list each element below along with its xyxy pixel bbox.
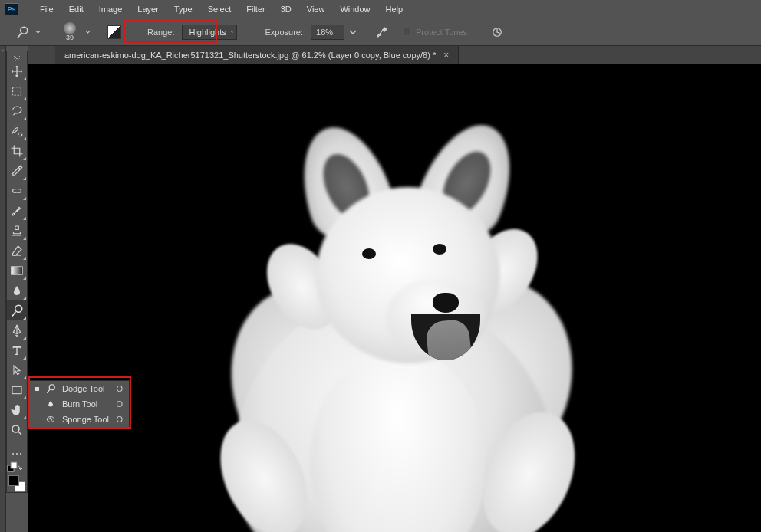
zoom-tool[interactable] <box>7 420 27 440</box>
chevron-down-icon[interactable] <box>349 28 357 36</box>
range-value: Highlights <box>189 28 226 37</box>
marquee-tool[interactable] <box>7 81 27 101</box>
svg-point-2 <box>379 34 380 36</box>
svg-point-13 <box>20 453 21 455</box>
default-fg-bg[interactable] <box>7 461 27 477</box>
tools-panel <box>6 51 28 493</box>
brush-size-value: 39 <box>66 34 74 41</box>
brush-tool[interactable] <box>7 201 27 221</box>
menu-layer[interactable]: Layer <box>130 2 166 17</box>
svg-point-19 <box>51 419 52 420</box>
path-select-tool[interactable] <box>7 360 27 380</box>
svg-point-10 <box>12 425 19 432</box>
flyout-item-sponge[interactable]: Sponge Tool O <box>29 412 129 427</box>
flyout-label: Dodge Tool <box>62 384 110 393</box>
svg-point-20 <box>50 418 51 419</box>
stamp-tool[interactable] <box>7 221 27 241</box>
menu-image[interactable]: Image <box>91 2 130 17</box>
quick-select-tool[interactable] <box>7 121 27 141</box>
menu-file[interactable]: File <box>32 2 61 17</box>
svg-point-8 <box>15 305 22 312</box>
crop-tool[interactable] <box>7 141 27 161</box>
svg-rect-9 <box>12 386 21 393</box>
menu-view[interactable]: View <box>299 2 333 17</box>
gradient-tool[interactable] <box>7 261 27 281</box>
canvas-image <box>180 95 609 532</box>
document-tab[interactable]: american-eskimo-dog_KA_Richer5171321_Shu… <box>55 46 459 64</box>
document-tab-title: american-eskimo-dog_KA_Richer5171321_Shu… <box>64 51 436 60</box>
blur-tool[interactable] <box>7 281 27 300</box>
flyout-shortcut: O <box>116 399 123 409</box>
eyedropper-tool[interactable] <box>7 161 27 181</box>
svg-point-5 <box>18 133 22 136</box>
sponge-icon <box>45 414 56 425</box>
svg-point-16 <box>49 385 54 390</box>
svg-point-1 <box>377 35 379 37</box>
flyout-shortcut: O <box>116 384 123 393</box>
flyout-label: Sponge Tool <box>62 415 110 424</box>
options-bar: 39 Range: Highlights Exposure: 18% Prote… <box>0 18 761 46</box>
chevron-down-icon[interactable] <box>35 29 41 34</box>
selected-dot-icon <box>35 418 39 422</box>
menu-select[interactable]: Select <box>200 2 239 17</box>
selected-dot-icon <box>35 387 39 391</box>
hand-tool[interactable] <box>7 400 27 420</box>
burn-icon <box>45 399 56 409</box>
eraser-tool[interactable] <box>7 241 27 261</box>
shape-tool[interactable] <box>7 380 27 400</box>
move-tool[interactable] <box>7 61 27 81</box>
healing-brush-tool[interactable] <box>7 181 27 201</box>
tab-strip-handle[interactable] <box>28 46 55 64</box>
menu-3d[interactable]: 3D <box>273 2 299 17</box>
menu-help[interactable]: Help <box>378 2 411 17</box>
svg-point-12 <box>16 453 18 455</box>
flyout-item-burn[interactable]: Burn Tool O <box>29 396 129 412</box>
flyout-label: Burn Tool <box>62 399 110 409</box>
svg-rect-15 <box>11 462 17 468</box>
svg-rect-4 <box>13 87 21 96</box>
range-label: Range: <box>147 28 174 37</box>
panel-expand-handle[interactable] <box>0 46 6 532</box>
edit-toolbar[interactable] <box>7 448 27 460</box>
range-dropdown[interactable]: Highlights <box>182 25 237 40</box>
pen-tool[interactable] <box>7 320 27 340</box>
checkbox-icon <box>403 28 411 36</box>
brush-panel-toggle[interactable] <box>106 24 123 41</box>
app-logo: Ps <box>5 3 18 15</box>
close-icon[interactable]: × <box>443 50 449 61</box>
airbrush-toggle[interactable] <box>374 24 390 41</box>
exposure-label: Exposure: <box>265 28 303 37</box>
exposure-input[interactable]: 18% <box>311 25 344 40</box>
brush-preview[interactable]: 39 <box>59 21 81 43</box>
menu-filter[interactable]: Filter <box>239 2 272 17</box>
menu-window[interactable]: Window <box>332 2 377 17</box>
dodge-tool[interactable] <box>7 300 27 320</box>
protect-tones-label: Protect Tones <box>416 28 467 37</box>
flyout-item-dodge[interactable]: Dodge Tool O <box>29 381 129 396</box>
fg-bg-swatch[interactable] <box>8 475 25 492</box>
protect-tones-checkbox[interactable]: Protect Tones <box>403 28 467 37</box>
svg-point-11 <box>12 453 14 455</box>
chevron-down-icon[interactable] <box>85 29 91 34</box>
tool-preset-picker[interactable] <box>14 24 31 41</box>
flyout-shortcut: O <box>116 415 123 424</box>
exposure-value: 18% <box>316 28 333 37</box>
svg-point-0 <box>21 27 28 34</box>
type-tool[interactable] <box>7 340 27 360</box>
svg-rect-7 <box>12 267 23 275</box>
menu-bar: Ps File Edit Image Layer Type Select Fil… <box>0 0 761 18</box>
panel-drag-handle[interactable] <box>7 54 27 61</box>
menu-type[interactable]: Type <box>166 2 200 17</box>
dodge-icon <box>45 383 56 394</box>
canvas[interactable] <box>28 64 761 532</box>
document-tab-bar: american-eskimo-dog_KA_Richer5171321_Shu… <box>28 46 761 64</box>
tool-flyout: Dodge Tool O Burn Tool O Sponge Tool O <box>28 380 130 428</box>
pressure-size-toggle[interactable] <box>489 24 506 41</box>
selected-dot-icon <box>35 402 39 406</box>
svg-point-18 <box>49 419 50 419</box>
menu-edit[interactable]: Edit <box>61 2 91 17</box>
lasso-tool[interactable] <box>7 101 27 121</box>
